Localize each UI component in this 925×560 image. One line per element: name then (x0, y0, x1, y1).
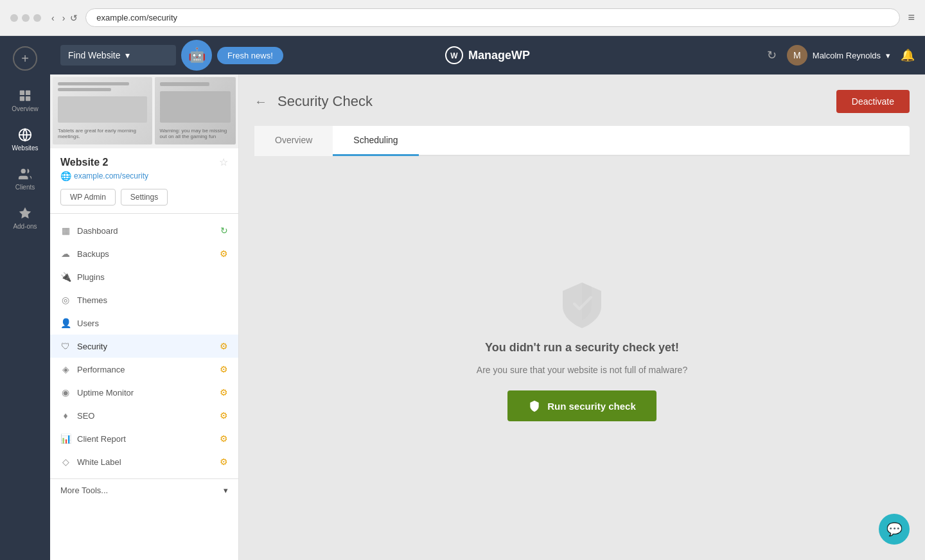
white-label-gear-icon[interactable]: ⚙ (220, 457, 228, 467)
users-icon: 👤 (60, 318, 71, 328)
forward-nav-button[interactable]: › (60, 12, 68, 24)
sidebar-overview-label: Overview (12, 105, 39, 112)
global-refresh-button[interactable]: ↻ (767, 48, 777, 62)
security-panel: You didn't run a security check yet! Are… (254, 156, 910, 545)
white-label-icon: ◇ (60, 457, 71, 467)
preview-left: Tablets are great for early morning meet… (53, 77, 152, 144)
find-website-chevron: ▾ (125, 50, 130, 60)
notification-button[interactable]: 🔔 (901, 48, 915, 62)
themes-icon: ◎ (60, 295, 71, 305)
sidebar-item-plugins[interactable]: 🔌 Plugins (50, 265, 238, 288)
seo-gear-icon[interactable]: ⚙ (220, 410, 228, 421)
sidebar-item-seo[interactable]: ♦ SEO ⚙ (50, 404, 238, 427)
sidebar-websites-label: Websites (12, 144, 39, 152)
website-name: Website 2 (60, 157, 108, 168)
robot-mascot: 🤖 (181, 40, 212, 71)
page-header: ← Security Check Deactivate (254, 90, 910, 113)
dashboard-refresh-icon[interactable]: ↻ (220, 225, 228, 236)
top-nav-right: ↻ M Malcolm Reynolds ▾ 🔔 (767, 45, 915, 66)
find-website-dropdown[interactable]: Find Website ▾ (60, 45, 176, 66)
performance-gear-icon[interactable]: ⚙ (220, 364, 228, 374)
settings-button[interactable]: Settings (121, 189, 168, 206)
favorite-star[interactable]: ☆ (219, 156, 228, 168)
tab-scheduling[interactable]: Scheduling (333, 126, 418, 156)
fresh-news-button[interactable]: Fresh news! (217, 47, 283, 64)
security-gear-icon[interactable]: ⚙ (220, 341, 228, 351)
client-report-gear-icon[interactable]: ⚙ (220, 433, 228, 444)
sidebar-item-security[interactable]: 🛡 Security ⚙ (50, 335, 238, 358)
users-label: Users (77, 319, 99, 328)
sidebar-item-performance[interactable]: ◈ Performance ⚙ (50, 358, 238, 381)
browser-url-input[interactable] (85, 8, 900, 27)
sidebar-item-overview[interactable]: Overview (0, 81, 50, 120)
traffic-light-green (33, 14, 41, 22)
back-button[interactable]: ← (254, 94, 267, 109)
website-preview: Tablets are great for early morning meet… (50, 74, 238, 148)
sidebar-addons-label: Add-ons (13, 223, 37, 230)
more-tools-label: More Tools... (60, 486, 108, 495)
more-tools-dropdown[interactable]: More Tools... ▾ (50, 479, 238, 502)
sidebar-item-users[interactable]: 👤 Users (50, 311, 238, 335)
sidebar-item-addons[interactable]: Add-ons (0, 198, 50, 238)
browser-menu-button[interactable]: ≡ (908, 11, 915, 24)
empty-state: You didn't run a security check yet! Are… (477, 279, 687, 421)
website-url: 🌐 example.com/security (60, 171, 228, 181)
deactivate-button[interactable]: Deactivate (836, 90, 910, 113)
svg-rect-1 (26, 91, 30, 95)
empty-state-title: You didn't run a security check yet! (485, 341, 679, 354)
chat-button[interactable]: 💬 (879, 514, 910, 545)
dashboard-label: Dashboard (77, 226, 118, 236)
nav-buttons: ‹ › ↺ (49, 12, 78, 24)
app-container: + Overview Websites Clients Add-ons Find… (0, 36, 925, 560)
sidebar-clients-label: Clients (15, 184, 35, 191)
client-report-label: Client Report (77, 434, 126, 444)
sidebar-dark: + Overview Websites Clients Add-ons (0, 36, 50, 560)
security-icon: 🛡 (60, 341, 71, 351)
performance-icon: ◈ (60, 364, 71, 374)
sidebar-item-backups[interactable]: ☁ Backups ⚙ (50, 242, 238, 265)
sidebar-item-white-label[interactable]: ◇ White Label ⚙ (50, 450, 238, 473)
run-security-label: Run security check (547, 401, 636, 412)
traffic-light-yellow (22, 14, 30, 22)
overview-icon (18, 89, 32, 103)
website-url-text: example.com/security (74, 171, 148, 180)
sidebar-item-uptime[interactable]: ◉ Uptime Monitor ⚙ (50, 381, 238, 404)
page-title: Security Check (278, 93, 373, 110)
security-label: Security (77, 342, 107, 351)
user-menu[interactable]: M Malcolm Reynolds ▾ (787, 45, 890, 66)
tab-overview[interactable]: Overview (254, 126, 333, 156)
more-tools-chevron: ▾ (224, 486, 228, 495)
shield-empty-icon (556, 279, 608, 331)
website-actions: WP Admin Settings (60, 189, 228, 206)
sidebar-item-clients[interactable]: Clients (0, 159, 50, 198)
website-info: Website 2 ☆ 🌐 example.com/security WP Ad… (50, 148, 238, 213)
uptime-gear-icon[interactable]: ⚙ (220, 387, 228, 398)
backups-gear-icon[interactable]: ⚙ (220, 249, 228, 259)
svg-rect-0 (20, 91, 24, 95)
run-security-icon (528, 399, 541, 412)
find-website-label: Find Website (68, 50, 120, 60)
content-area: ← Security Check Deactivate Overview Sch… (239, 74, 925, 560)
run-security-check-button[interactable]: Run security check (507, 390, 656, 421)
add-website-button[interactable]: + (13, 46, 37, 71)
top-nav: Find Website ▾ 🤖 Fresh news! W ManageWP … (50, 36, 925, 74)
browser-refresh-button[interactable]: ↺ (70, 12, 78, 24)
plugins-label: Plugins (77, 272, 105, 282)
svg-rect-3 (26, 96, 30, 101)
svg-marker-7 (19, 207, 31, 218)
sidebar-item-websites[interactable]: Websites (0, 120, 50, 159)
main-content: ← Security Check Deactivate Overview Sch… (239, 74, 925, 560)
plugins-icon: 🔌 (60, 272, 71, 282)
wp-admin-button[interactable]: WP Admin (60, 189, 116, 206)
sidebar-item-client-report[interactable]: 📊 Client Report ⚙ (50, 427, 238, 450)
uptime-label: Uptime Monitor (77, 388, 134, 398)
globe-icon: 🌐 (60, 171, 71, 181)
empty-state-subtitle: Are you sure that your website is not fu… (477, 365, 687, 375)
logo-icon: W (445, 46, 463, 64)
sidebar-item-dashboard[interactable]: ▦ Dashboard ↻ (50, 219, 238, 242)
clients-icon (18, 167, 32, 181)
seo-label: SEO (77, 411, 94, 421)
back-nav-button[interactable]: ‹ (49, 12, 57, 24)
tabs-container: Overview Scheduling (254, 126, 910, 156)
sidebar-item-themes[interactable]: ◎ Themes (50, 288, 238, 311)
